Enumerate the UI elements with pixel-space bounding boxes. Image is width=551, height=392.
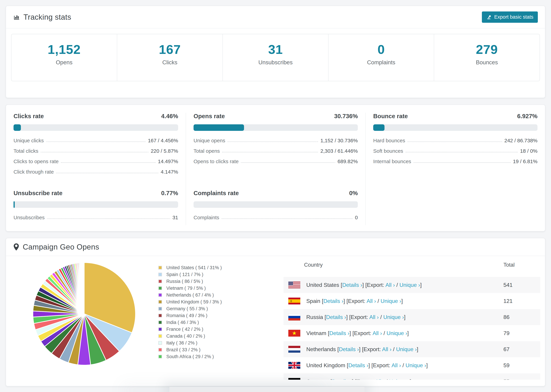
rate-row-value: 242 / 86.738% <box>504 138 538 143</box>
rate-row-label: Unique clicks <box>14 138 44 143</box>
export-unique-link-united-states[interactable]: Unique › <box>399 282 420 288</box>
text: ] [Export: <box>359 346 382 352</box>
legend-swatch-icon <box>158 300 162 304</box>
below-fold-element <box>170 387 365 392</box>
export-unique-link-spain[interactable]: Unique › <box>381 298 401 304</box>
text: Spain [ <box>306 298 323 304</box>
stat-value: 0 <box>329 42 434 57</box>
rate-row-value: 14.497% <box>158 159 178 164</box>
rates-grid: Clicks rate4.46%Unique clicks167 / 4.456… <box>6 105 545 225</box>
legend-item-india[interactable]: India ( 46 / 3% ) <box>158 319 222 326</box>
legend-item-brazil[interactable]: Brazil ( 33 / 2% ) <box>158 346 222 353</box>
stat-cell-complaints: 0Complaints <box>328 34 434 81</box>
rate-row-label: Unsubscribes <box>14 215 45 220</box>
legend-label: United Kingdom ( 59 / 3% ) <box>166 299 222 305</box>
country-cell: Vietnam [Details ›] [Export: All › / Uni… <box>306 330 409 336</box>
dotted-leader <box>56 173 158 173</box>
details-link-netherlands[interactable]: Details › <box>339 346 359 352</box>
legend-item-italy[interactable]: Italy ( 36 / 2% ) <box>158 339 222 346</box>
rate-title: Bounce rate <box>373 113 408 119</box>
tracking-stats-card: Tracking stats Export basic stats 1,152O… <box>6 6 545 98</box>
export-unique-link-vietnam[interactable]: Unique › <box>387 330 407 336</box>
export-all-link-vietnam[interactable]: All › <box>373 330 382 336</box>
dotted-leader <box>414 162 511 163</box>
legend-item-spain[interactable]: Spain ( 121 / 7% ) <box>158 271 222 278</box>
legend-item-romania[interactable]: Romania ( 49 / 3% ) <box>158 312 222 319</box>
export-all-link-united-states[interactable]: All › <box>385 282 395 288</box>
table-row-spain: Spain [Details ›] [Export: All › / Uniqu… <box>283 293 540 309</box>
table-row-vietnam: Vietnam [Details ›] [Export: All › / Uni… <box>283 325 540 341</box>
progress-bar-fill <box>14 124 21 131</box>
text: ] <box>410 378 411 380</box>
legend-item-russia[interactable]: Russia ( 86 / 5% ) <box>158 278 222 285</box>
table-row-partial-germany: Germany [Details ›] [Export: All › / Uni… <box>283 373 540 380</box>
stat-label: Complaints <box>329 59 434 66</box>
details-link-united-states[interactable]: Details › <box>342 282 362 288</box>
rates-card: Clicks rate4.46%Unique clicks167 / 4.456… <box>6 105 545 231</box>
export-all-link-netherlands[interactable]: All › <box>382 346 391 352</box>
geo-pie-chart <box>31 261 137 367</box>
rate-title: Clicks rate <box>14 113 44 119</box>
pie-slice-other-40[interactable] <box>84 263 84 314</box>
legend-item-canada[interactable]: Canada ( 40 / 2% ) <box>158 333 222 339</box>
rate-row-label: Internal bounces <box>373 159 411 164</box>
export-basic-stats-button[interactable]: Export basic stats <box>482 11 538 23</box>
rate-rows: Unique opens1,152 / 30.736%Total opens2,… <box>194 138 358 164</box>
total-cell: 59 <box>503 362 509 369</box>
text: Germany [ <box>306 378 332 380</box>
dotted-leader <box>61 162 155 163</box>
stat-value: 167 <box>117 42 223 57</box>
progress-bar-fill <box>373 124 384 131</box>
details-link-united-kingdom[interactable]: Details › <box>348 362 368 368</box>
table-row-russia: Russia [Details ›] [Export: All › / Uniq… <box>283 309 540 325</box>
text: ] <box>404 314 406 320</box>
dotted-leader <box>406 152 518 152</box>
export-unique-link-netherlands[interactable]: Unique › <box>396 346 417 352</box>
rate-title: Unsubscribe rate <box>14 190 63 196</box>
details-link-spain[interactable]: Details › <box>323 298 343 304</box>
country-cell: United States [Details ›] [Export: All ›… <box>306 282 422 288</box>
rate-row: Unsubscribes31 <box>14 215 178 220</box>
export-button-label: Export basic stats <box>494 14 533 20</box>
rate-section-bounce-rate: Bounce rate6.927%Hard bounces242 / 86.73… <box>365 113 545 186</box>
text: / <box>379 314 383 320</box>
legend-label: Russia ( 86 / 5% ) <box>166 279 203 284</box>
export-all-link-germany[interactable]: All › <box>375 378 384 380</box>
flag-es-icon <box>288 298 300 304</box>
export-unique-link-united-kingdom[interactable]: Unique › <box>406 362 426 368</box>
legend-item-united-states[interactable]: United States ( 541 / 31% ) <box>158 264 222 271</box>
export-unique-link-russia[interactable]: Unique › <box>383 314 404 320</box>
legend-label: Spain ( 121 / 7% ) <box>166 272 203 277</box>
text: ] <box>420 282 422 288</box>
text: Netherlands [ <box>306 346 339 352</box>
rate-row-label: Hard bounces <box>373 138 405 143</box>
rate-row-label: Total clicks <box>14 148 38 154</box>
stat-label: Clicks <box>117 59 223 66</box>
rate-percent: 6.927% <box>517 113 537 119</box>
progress-bar-fill <box>14 201 15 208</box>
geo-header: Campaign Geo Opens <box>6 238 545 256</box>
export-all-link-russia[interactable]: All › <box>369 314 379 320</box>
export-unique-link-germany[interactable]: Unique › <box>389 378 410 380</box>
details-link-vietnam[interactable]: Details › <box>329 330 349 336</box>
legend-item-france[interactable]: France ( 42 / 2% ) <box>158 326 222 333</box>
legend-item-united-kingdom[interactable]: United Kingdom ( 59 / 3% ) <box>158 298 222 305</box>
legend-item-netherlands[interactable]: Netherlands ( 67 / 4% ) <box>158 292 222 298</box>
legend-item-south-africa[interactable]: South Africa ( 29 / 2% ) <box>158 353 222 360</box>
rate-row-label: Opens to clicks rate <box>194 159 239 164</box>
legend-item-vietnam[interactable]: Vietnam ( 79 / 5% ) <box>158 285 222 292</box>
export-all-link-spain[interactable]: All › <box>367 298 376 304</box>
legend-label: Italy ( 36 / 2% ) <box>166 340 198 346</box>
legend-item-germany[interactable]: Germany ( 55 / 3% ) <box>158 305 222 312</box>
rate-row-value: 31 <box>172 215 178 220</box>
rate-percent: 0.77% <box>161 190 178 196</box>
text: / <box>391 346 396 352</box>
rate-rows: Hard bounces242 / 86.738%Soft bounces18 … <box>373 138 537 164</box>
legend-swatch-icon <box>158 341 162 345</box>
legend-label: Germany ( 55 / 3% ) <box>166 306 208 311</box>
rate-row-value: 18 / 0% <box>520 148 537 154</box>
details-link-russia[interactable]: Details › <box>326 314 346 320</box>
export-all-link-united-kingdom[interactable]: All › <box>391 362 401 368</box>
details-link-germany[interactable]: Details › <box>332 378 352 380</box>
rate-row-label: Total opens <box>194 148 220 154</box>
